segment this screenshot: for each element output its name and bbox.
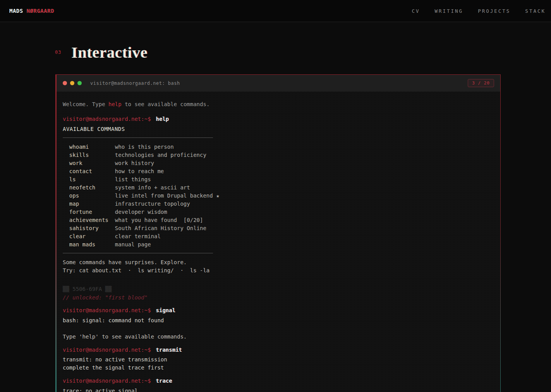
available-commands-header: AVAILABLE COMMANDS: [63, 125, 494, 133]
surprises-line: Some commands have surprises. Explore.: [63, 258, 494, 266]
command-description: clear terminal: [115, 232, 494, 241]
command-name: sahistory: [69, 224, 115, 232]
commands-table: whoamiwho is this personskillstechnologi…: [63, 143, 494, 249]
traffic-lights: [63, 81, 82, 85]
command-name: clear: [69, 232, 115, 241]
nav-link-stack[interactable]: STACK: [525, 8, 546, 14]
command-name: neofetch: [69, 184, 115, 192]
shell-prompt: visitor@madsnorgaard.net:~$: [63, 307, 151, 313]
command-description: technologies and proficiency: [115, 151, 494, 159]
command-description: work history: [115, 159, 494, 167]
prompt-line-help: visitor@madsnorgaard.net:~$help: [63, 115, 494, 123]
command-description: list things: [115, 175, 494, 184]
command-name: map: [69, 200, 115, 208]
prompt-line-trace: visitor@madsnorgaard.net:~$trace: [63, 377, 494, 385]
command-description: system info + ascii art: [115, 184, 494, 192]
command-name: work: [69, 159, 115, 167]
maximize-icon: [77, 81, 82, 85]
command-row: man madsmanual page: [63, 241, 494, 249]
command-row: contacthow to reach me: [63, 167, 494, 175]
shell-prompt: visitor@madsnorgaard.net:~$: [63, 347, 151, 353]
secret-code-line: ▒▒ 5506-69FA ▒▒: [63, 285, 494, 293]
terminal-header: visitor@madsnorgaard.net: bash 3 / 20: [57, 75, 500, 92]
trace-output-1: trace: no active signal: [63, 387, 494, 392]
command-description: live intel from Drupal backend ★: [115, 192, 494, 200]
nav-links: CV WRITING PROJECTS STACK: [412, 8, 546, 14]
welcome-highlight: help: [108, 101, 122, 107]
command-row: fortunedeveloper wisdom: [63, 208, 494, 216]
welcome-post: to see available commands.: [122, 101, 210, 107]
signal-hint: Type 'help' to see available commands.: [63, 333, 494, 341]
signal-output: bash: signal: command not found: [63, 316, 494, 325]
site-logo[interactable]: MADS NØRGAARD: [9, 8, 54, 14]
command-name: whoami: [69, 143, 115, 151]
welcome-pre: Welcome. Type: [63, 101, 108, 107]
divider-top: [63, 138, 213, 138]
section-header: 03 Interactive: [55, 43, 551, 62]
unlocked-line: // unlocked: "first blood": [63, 294, 494, 302]
command-row: whoamiwho is this person: [63, 143, 494, 151]
achievements-counter-badge: 3 / 20: [468, 79, 494, 87]
command-name: man mads: [69, 241, 115, 249]
command-description: South African History Online: [115, 224, 494, 232]
close-icon: [63, 81, 67, 85]
command-row: neofetchsystem info + ascii art: [63, 184, 494, 192]
command-row: skillstechnologies and proficiency: [63, 151, 494, 159]
command-description: developer wisdom: [115, 208, 494, 216]
terminal-body[interactable]: Welcome. Type help to see available comm…: [57, 92, 500, 392]
command-name: fortune: [69, 208, 115, 216]
command-description: infrastructure topology: [115, 200, 494, 208]
transmit-output-2: complete the signal trace first: [63, 364, 494, 372]
logo-last-name: NØRGAARD: [27, 8, 54, 14]
command-row: lslist things: [63, 175, 494, 184]
logo-first-name: MADS: [9, 8, 23, 14]
shell-prompt: visitor@madsnorgaard.net:~$: [63, 378, 151, 384]
command-name: achievements: [69, 216, 115, 224]
command-row: workwork history: [63, 159, 494, 167]
terminal-title: visitor@madsnorgaard.net: bash: [90, 81, 468, 86]
command-row: mapinfrastructure topology: [63, 200, 494, 208]
command-row: sahistorySouth African History Online: [63, 224, 494, 232]
nav-link-cv[interactable]: CV: [412, 8, 420, 14]
typed-command-help: help: [156, 116, 169, 122]
terminal-window: visitor@madsnorgaard.net: bash 3 / 20 We…: [55, 74, 501, 392]
command-description: who is this person: [115, 143, 494, 151]
shell-prompt: visitor@madsnorgaard.net:~$: [63, 116, 151, 122]
section-number: 03: [55, 50, 61, 55]
minimize-icon: [70, 81, 74, 85]
top-nav: MADS NØRGAARD CV WRITING PROJECTS STACK: [0, 0, 551, 22]
page-title: Interactive: [71, 43, 148, 62]
nav-link-projects[interactable]: PROJECTS: [478, 8, 510, 14]
typed-command-transmit: transmit: [156, 347, 182, 353]
command-name: skills: [69, 151, 115, 159]
command-description: manual page: [115, 241, 494, 249]
try-line: Try: cat about.txt · ls writing/ · ls -l…: [63, 266, 494, 275]
command-name: contact: [69, 167, 115, 175]
welcome-line: Welcome. Type help to see available comm…: [63, 100, 494, 108]
typed-command-signal: signal: [156, 307, 176, 313]
command-name: ops: [69, 192, 115, 200]
command-row: achievementswhat you have found [0/20]: [63, 216, 494, 224]
command-row: opslive intel from Drupal backend ★: [63, 192, 494, 200]
command-name: ls: [69, 175, 115, 184]
divider-bottom: [63, 253, 213, 253]
prompt-line-signal: visitor@madsnorgaard.net:~$signal: [63, 306, 494, 315]
command-row: clearclear terminal: [63, 232, 494, 241]
prompt-line-transmit: visitor@madsnorgaard.net:~$transmit: [63, 346, 494, 354]
command-description: how to reach me: [115, 167, 494, 175]
nav-link-writing[interactable]: WRITING: [434, 8, 463, 14]
transmit-output-1: transmit: no active transmission: [63, 356, 494, 364]
typed-command-trace: trace: [156, 378, 172, 384]
command-description: what you have found [0/20]: [115, 216, 494, 224]
